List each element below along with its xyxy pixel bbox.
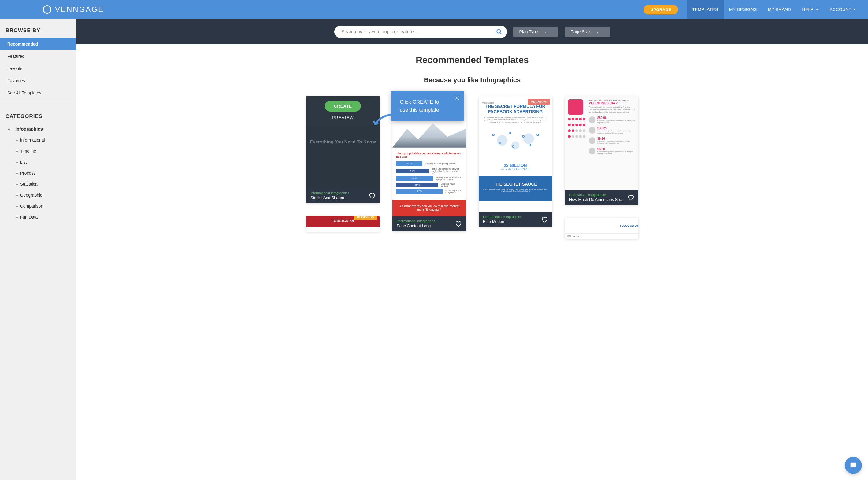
caret-down-icon: ▼ (815, 8, 818, 11)
card-category: Comparison Infographics (569, 193, 624, 197)
chevron-down-icon: ⌄ (596, 30, 598, 33)
premium-badge: PREMIUM (528, 99, 550, 105)
card-category: Informational Infographics (397, 219, 436, 223)
template-thumbnail: How much do Americans Plan to Spend on V… (565, 96, 638, 190)
gift-icon (568, 99, 583, 115)
chevron-down-icon: ⌄ (7, 127, 11, 131)
page-size-dropdown[interactable]: Page Size⌄ (565, 27, 611, 37)
tooltip-arrow-icon (372, 111, 394, 127)
card-title: How Much Do Americans Spen... (569, 197, 624, 202)
section-title: Because you like Infographics (95, 76, 850, 84)
content: Recommended Templates Because you like I… (76, 44, 868, 249)
sidebar-item-favorites[interactable]: Favorites (0, 74, 76, 87)
chevron-down-icon: ⌄ (545, 30, 547, 33)
clock-icon (43, 5, 51, 14)
subcat-geographic[interactable]: Geographic (0, 190, 76, 200)
subcat-process[interactable]: Process (0, 167, 76, 179)
card-hover-overlay: CREATE PREVIEW Everything You Need To Kn… (306, 96, 379, 188)
caret-down-icon: ▼ (853, 8, 857, 11)
tooltip-text: Click CREATE to use this template (400, 99, 439, 113)
nav-my-brand[interactable]: MY BRAND (762, 0, 797, 19)
chat-widget[interactable] (845, 457, 862, 474)
search-wrap (334, 26, 507, 38)
nav-templates[interactable]: TEMPLATES (687, 0, 724, 19)
template-card[interactable]: CREATE PREVIEW Everything You Need To Kn… (306, 96, 379, 203)
template-card[interactable]: PREMIUM WordStream THE SECRET FORMULA FO… (479, 96, 552, 227)
card-title: Peac Content Long (397, 223, 436, 228)
nav-my-designs[interactable]: MY DESIGNS (724, 0, 763, 19)
subcat-statistical[interactable]: Statistical (0, 179, 76, 190)
card-title: Stocks And Shares (310, 195, 349, 200)
brand-name: VENNGAGE (55, 5, 104, 14)
template-thumbnail: CREATE PREVIEW Everything You Need To Kn… (306, 96, 379, 188)
search-input[interactable] (334, 26, 507, 38)
subcat-comparison[interactable]: Comparison (0, 200, 76, 212)
category-infographics[interactable]: ⌄ Infographics (0, 123, 76, 134)
top-nav: VENNGAGE UPGRADE TEMPLATES MY DESIGNS MY… (0, 0, 868, 19)
template-card[interactable]: BUSINESS FOREIGN OI (306, 216, 379, 232)
sidebar-item-all-templates[interactable]: See All Templates (0, 87, 76, 99)
favorite-icon[interactable] (541, 216, 548, 223)
plan-type-dropdown[interactable]: Plan Type⌄ (513, 27, 558, 37)
chat-icon (849, 461, 858, 470)
favorite-icon[interactable] (455, 220, 462, 227)
sidebar-item-layouts[interactable]: Layouts (0, 62, 76, 74)
subcat-timeline[interactable]: Timeline (0, 146, 76, 157)
sidebar-item-recommended[interactable]: Recommended (0, 38, 76, 50)
svg-point-0 (497, 29, 500, 33)
card-footer: Comparison Infographics How Much Do Amer… (565, 190, 638, 205)
close-icon[interactable] (455, 95, 460, 103)
sidebar-item-featured[interactable]: Featured (0, 50, 76, 62)
favorite-icon[interactable] (627, 194, 634, 201)
preview-link[interactable]: PREVIEW (332, 115, 354, 120)
browse-by-title: BROWSE BY (0, 19, 76, 38)
main: Plan Type⌄ Page Size⌄ Recommended Templa… (76, 19, 868, 480)
card-category: Informational Infographics (310, 191, 349, 195)
thumb-heading: Everything You Need To Know (310, 139, 376, 144)
subcat-informational[interactable]: Informational (0, 134, 76, 146)
template-thumbnail: FLU COVID-19 (565, 218, 638, 233)
subcat-fun-data[interactable]: Fun Data (0, 212, 76, 223)
template-grid: CREATE PREVIEW Everything You Need To Kn… (95, 96, 850, 239)
card-footer: Informational Infographics Stocks And Sh… (306, 188, 379, 203)
card-footer: Informational Infographics Peac Content … (393, 216, 466, 231)
upgrade-button[interactable]: UPGRADE (644, 5, 678, 14)
template-card[interactable]: FLU COVID-19 RO Number (565, 218, 638, 239)
create-button[interactable]: CREATE (325, 101, 361, 111)
page-title: Recommended Templates (95, 55, 850, 65)
sidebar: BROWSE BY Recommended Featured Layouts F… (0, 19, 76, 480)
onboarding-tooltip: Click CREATE to use this template (391, 91, 464, 121)
nav-account[interactable]: ACCOUNT▼ (824, 0, 862, 19)
search-icon[interactable] (496, 29, 502, 35)
svg-line-1 (500, 32, 501, 34)
brand-logo[interactable]: VENNGAGE (43, 5, 104, 14)
template-thumbnail: WordStream THE SECRET FORMULA FOR FACEBO… (479, 96, 552, 212)
card-footer: Informational Infographics Blue Modern (479, 212, 552, 227)
card-title: Blue Modern (483, 219, 522, 224)
favorite-icon[interactable] (369, 192, 375, 199)
nav-help[interactable]: HELP▼ (797, 0, 824, 19)
card-category: Informational Infographics (483, 215, 522, 219)
business-badge: BUSINESS (354, 216, 377, 220)
nav-links: TEMPLATES MY DESIGNS MY BRAND HELP▼ ACCO… (687, 0, 862, 19)
filter-bar: Plan Type⌄ Page Size⌄ (76, 19, 868, 44)
categories-title: CATEGORIES (0, 102, 76, 123)
template-card[interactable]: How much do Americans Plan to Spend on V… (565, 96, 638, 205)
subcat-list[interactable]: List (0, 157, 76, 167)
